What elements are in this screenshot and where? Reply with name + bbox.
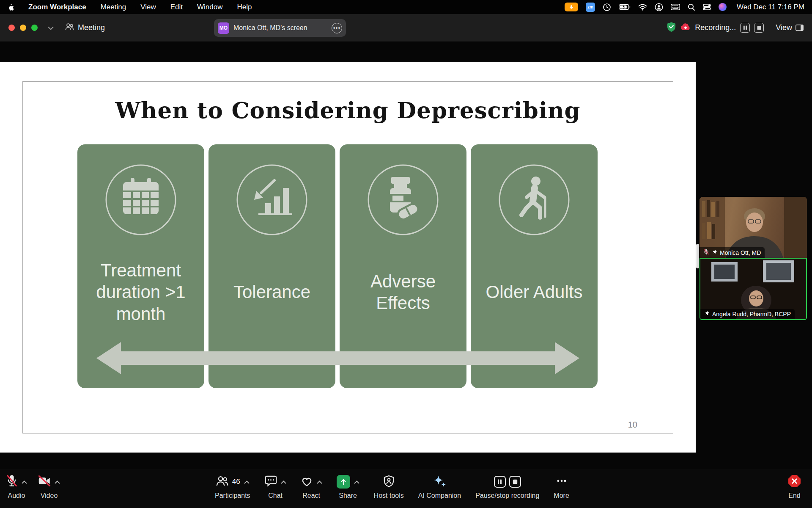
heart-icon <box>301 475 313 489</box>
chat-bubble-icon <box>265 475 277 489</box>
participants-count: 46 <box>232 478 240 486</box>
chevron-down-icon[interactable] <box>48 24 54 32</box>
menu-app-name[interactable]: Zoom Workplace <box>28 3 86 11</box>
ai-sparkle-icon <box>433 475 446 489</box>
video-button[interactable]: Video <box>38 469 60 500</box>
card-label: Treatment duration >1 month <box>81 260 201 325</box>
spotlight-search-icon[interactable] <box>688 2 695 12</box>
view-button-label: View <box>776 23 792 32</box>
wifi-icon[interactable] <box>638 2 647 12</box>
share-screen-button[interactable]: Share <box>337 469 359 500</box>
control-center-icon[interactable] <box>703 2 711 12</box>
host-tools-button-label: Host tools <box>374 492 404 500</box>
ellipsis-icon <box>556 475 568 489</box>
recording-button-label: Pause/stop recording <box>475 492 539 500</box>
recording-status-text: Recording... <box>695 23 736 32</box>
clock-app-icon[interactable] <box>603 2 611 12</box>
more-button[interactable]: More <box>554 469 569 500</box>
chevron-up-icon[interactable] <box>281 478 286 486</box>
share-button-label: Share <box>339 492 357 500</box>
macos-menu-bar: Zoom Workplace Meeting View Edit Window … <box>0 0 812 14</box>
presentation-slide: When to Considering Deprescribing Treatm <box>22 81 673 433</box>
react-button-label: React <box>302 492 320 500</box>
stop-recording-icon[interactable] <box>509 476 521 488</box>
cloud-recording-icon <box>680 23 691 33</box>
meeting-toolbar: Audio Video 46 <box>0 469 812 508</box>
end-meeting-icon <box>788 475 801 489</box>
pin-icon <box>704 311 710 318</box>
host-tools-button[interactable]: Host tools <box>374 469 404 500</box>
shield-icon <box>383 475 395 489</box>
pause-stop-recording-button[interactable]: Pause/stop recording <box>475 469 539 500</box>
pause-recording-button[interactable] <box>740 23 750 33</box>
participants-button[interactable]: 46 Participants <box>215 469 250 500</box>
audio-button-label: Audio <box>8 492 25 500</box>
nametag-angela: Angela Rudd, PharmD, BCPP <box>700 309 795 319</box>
video-tile-monica[interactable]: Monica Ott, MD <box>700 197 807 258</box>
video-tile-angela[interactable]: Angela Rudd, PharmD, BCPP <box>700 258 807 320</box>
view-layout-icon <box>796 25 804 31</box>
panel-resize-handle[interactable] <box>696 244 699 268</box>
ai-companion-button[interactable]: AI Companion <box>418 469 461 500</box>
shared-screen-pill[interactable]: MO Monica Ott, MD's screen ••• <box>214 19 346 37</box>
user-account-icon[interactable] <box>655 2 663 12</box>
chat-button[interactable]: Chat <box>265 469 286 500</box>
chevron-up-icon[interactable] <box>55 478 60 486</box>
calendar-icon <box>104 163 178 239</box>
video-button-label: Video <box>41 492 58 500</box>
keyboard-input-icon[interactable] <box>671 2 680 12</box>
card-label: Adverse Effects <box>343 271 463 314</box>
chevron-up-icon[interactable] <box>244 478 250 486</box>
react-button[interactable]: React <box>301 469 322 500</box>
window-meeting-label: Meeting <box>65 22 105 33</box>
minimize-window-button[interactable] <box>20 25 26 31</box>
end-button-label: End <box>788 492 800 500</box>
participant-name: Angela Rudd, PharmD, BCPP <box>712 311 791 318</box>
pause-recording-icon[interactable] <box>494 476 506 488</box>
declining-chart-icon <box>235 163 309 239</box>
nametag-monica: Monica Ott, MD <box>700 247 765 258</box>
menu-meeting[interactable]: Meeting <box>101 3 126 11</box>
end-meeting-button[interactable]: End <box>788 469 801 500</box>
participants-icon <box>216 475 228 489</box>
slide-title: When to Considering Deprescribing <box>23 97 673 123</box>
video-thumbnail-panel: Monica Ott, MD Angela Rudd, PharmD, BCPP <box>700 197 807 320</box>
chevron-up-icon[interactable] <box>354 478 359 486</box>
audio-button[interactable]: Audio <box>6 469 27 500</box>
menubar-clock[interactable]: Wed Dec 11 7:16 PM <box>737 3 804 11</box>
chat-button-label: Chat <box>268 492 283 500</box>
more-button-label: More <box>554 492 569 500</box>
mic-in-use-indicator-icon[interactable] <box>565 3 578 11</box>
pin-icon <box>712 249 717 256</box>
share-screen-icon <box>337 475 350 489</box>
mic-muted-icon <box>703 249 709 256</box>
close-window-button[interactable] <box>8 25 15 31</box>
apple-logo-icon[interactable] <box>8 2 14 12</box>
view-button[interactable]: View <box>776 23 804 32</box>
siri-icon[interactable] <box>719 3 727 11</box>
avatar: MO <box>218 22 229 34</box>
older-adult-icon <box>497 163 571 239</box>
zoom-menubar-icon[interactable]: zm <box>586 3 595 12</box>
window-controls <box>8 25 38 31</box>
chevron-up-icon[interactable] <box>317 478 322 486</box>
stop-recording-button[interactable] <box>754 23 764 33</box>
card-label: Tolerance <box>233 281 310 303</box>
mic-muted-icon <box>6 475 18 489</box>
menu-view[interactable]: View <box>140 3 156 11</box>
more-options-icon[interactable]: ••• <box>332 23 342 33</box>
menu-help[interactable]: Help <box>237 3 252 11</box>
shared-screen-view: When to Considering Deprescribing Treatm <box>0 62 696 453</box>
shared-screen-label: Monica Ott, MD's screen <box>233 24 332 32</box>
menu-window[interactable]: Window <box>197 3 222 11</box>
pill-bottle-icon <box>366 163 440 239</box>
timeline-arrow <box>96 341 579 375</box>
fullscreen-window-button[interactable] <box>31 25 38 31</box>
camera-off-icon <box>38 475 51 488</box>
battery-icon[interactable] <box>619 2 631 12</box>
chevron-up-icon[interactable] <box>22 478 27 486</box>
window-meeting-text: Meeting <box>78 23 105 32</box>
security-shield-icon[interactable] <box>667 22 676 34</box>
menu-edit[interactable]: Edit <box>170 3 183 11</box>
slide-page-number: 10 <box>628 420 637 430</box>
